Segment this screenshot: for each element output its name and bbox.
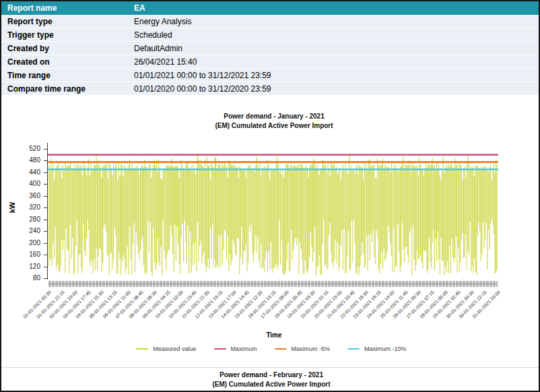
row-value: DefaultAdmin bbox=[134, 44, 182, 53]
chart-subtitle: (EM) Cumulated Active Power Import bbox=[48, 122, 500, 129]
legend-item: Maximum -5% bbox=[275, 346, 331, 352]
x-axis-title: Time bbox=[48, 331, 500, 339]
table-header-label: Report name bbox=[1, 3, 134, 13]
legend-label: Measured value bbox=[153, 346, 196, 352]
legend-label: Maximum -5% bbox=[292, 346, 331, 352]
y-tick-mark bbox=[44, 231, 47, 232]
table-row: Report typeEnergy Analysis bbox=[1, 15, 539, 28]
row-label: Created by bbox=[1, 44, 134, 53]
next-chart-title: Power demand - February - 2021 bbox=[1, 371, 540, 379]
legend-swatch bbox=[275, 348, 287, 350]
y-tick-label: 80 bbox=[12, 275, 40, 282]
chart-title: Power demand - January - 2021 bbox=[48, 112, 500, 120]
row-value: 01/01/2021 00:00 to 31/12/2021 23:59 bbox=[134, 71, 271, 80]
row-value: 01/01/2020 00:00 to 31/12/2020 23:59 bbox=[134, 84, 271, 94]
legend-label: Maximum -10% bbox=[364, 346, 407, 352]
y-tick-mark bbox=[44, 149, 47, 150]
y-tick-label: 160 bbox=[12, 251, 40, 258]
legend-item: Maximum -10% bbox=[347, 346, 407, 352]
y-tick-label: 520 bbox=[12, 145, 40, 152]
y-tick-mark bbox=[44, 184, 47, 185]
y-tick-mark bbox=[44, 160, 47, 161]
chart-legend: Measured valueMaximumMaximum -5%Maximum … bbox=[1, 346, 540, 352]
table-row: Created byDefaultAdmin bbox=[1, 42, 539, 55]
legend-swatch bbox=[347, 348, 360, 350]
plot-area bbox=[48, 143, 499, 280]
y-tick-label: 280 bbox=[12, 216, 40, 223]
legend-item: Maximum bbox=[214, 346, 257, 352]
table-row: Created on26/04/2021 15:40 bbox=[1, 55, 539, 69]
y-tick-label: 400 bbox=[12, 181, 40, 187]
section-divider bbox=[1, 367, 540, 368]
y-tick-mark bbox=[44, 196, 47, 197]
y-tick-label: 240 bbox=[12, 228, 40, 234]
y-tick-label: 440 bbox=[12, 169, 40, 176]
table-row: Trigger typeScheduled bbox=[1, 28, 539, 42]
y-tick-mark bbox=[44, 243, 47, 244]
table-header-value: EA bbox=[134, 3, 145, 13]
row-label: Report type bbox=[1, 17, 134, 26]
legend-swatch bbox=[214, 348, 226, 350]
report-info-table: Report name EA Report typeEnergy Analysi… bbox=[1, 1, 539, 96]
y-tick-mark bbox=[44, 278, 47, 279]
row-value: 26/04/2021 15:40 bbox=[134, 57, 197, 67]
axis-marker-band bbox=[48, 281, 498, 287]
report-window: Report name EA Report typeEnergy Analysi… bbox=[0, 0, 540, 392]
y-tick-label: 320 bbox=[12, 204, 40, 211]
y-tick-label: 480 bbox=[12, 157, 40, 164]
table-header-row: Report name EA bbox=[1, 1, 539, 15]
legend-label: Maximum bbox=[231, 346, 257, 352]
row-label: Time range bbox=[1, 71, 134, 80]
y-tick-mark bbox=[44, 267, 47, 267]
measured-series bbox=[48, 156, 498, 276]
table-row: Compare time range01/01/2020 00:00 to 31… bbox=[1, 82, 539, 96]
table-row: Time range01/01/2021 00:00 to 31/12/2021… bbox=[1, 69, 539, 82]
row-label: Compare time range bbox=[1, 84, 134, 94]
legend-swatch bbox=[136, 348, 148, 350]
next-chart-subtitle: (EM) Cumulated Active Power Import bbox=[1, 381, 540, 388]
y-tick-label: 120 bbox=[12, 263, 40, 270]
y-tick-label: 200 bbox=[12, 240, 40, 247]
y-tick-mark bbox=[44, 220, 47, 220]
y-tick-mark bbox=[44, 207, 47, 208]
table-body: Report typeEnergy AnalysisTrigger typeSc… bbox=[1, 15, 539, 96]
y-tick-mark bbox=[44, 172, 47, 173]
row-label: Created on bbox=[1, 57, 134, 67]
y-tick-label: 360 bbox=[12, 193, 40, 199]
row-value: Energy Analysis bbox=[134, 17, 191, 26]
y-tick-mark bbox=[44, 255, 47, 255]
row-value: Scheduled bbox=[134, 30, 172, 40]
row-label: Trigger type bbox=[1, 30, 134, 40]
legend-item: Measured value bbox=[136, 346, 196, 352]
